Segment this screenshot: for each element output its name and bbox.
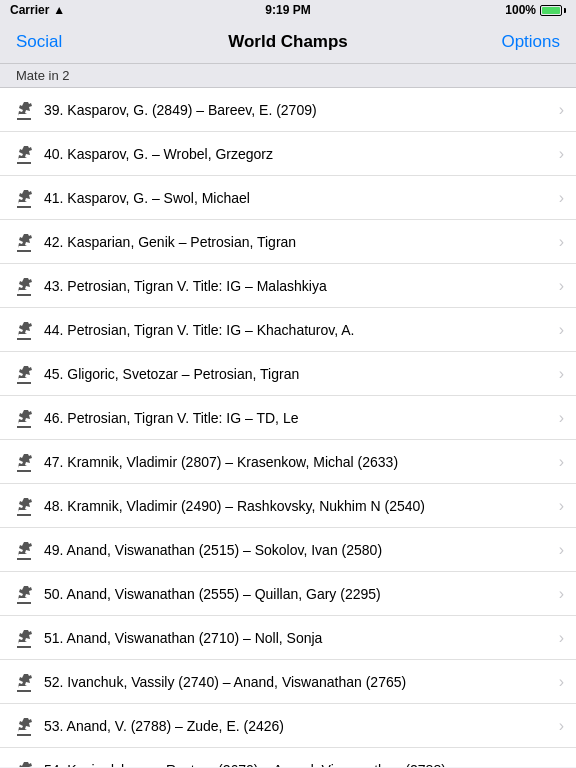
chess-knight-icon: [8, 666, 40, 698]
status-bar-left: Carrier ▲: [10, 3, 65, 17]
item-label: 42. Kasparian, Genik – Petrosian, Tigran: [40, 234, 555, 250]
item-label: 45. Gligoric, Svetozar – Petrosian, Tigr…: [40, 366, 555, 382]
item-label: 54. Kasimdzhanov, Rustam (2670) – Anand,…: [40, 762, 555, 768]
item-label: 48. Kramnik, Vladimir (2490) – Rashkovsk…: [40, 498, 555, 514]
chess-knight-icon: [8, 754, 40, 768]
nav-title: World Champs: [86, 32, 490, 52]
item-label: 50. Anand, Viswanathan (2555) – Quillan,…: [40, 586, 555, 602]
chess-knight-icon: [8, 534, 40, 566]
list-item[interactable]: 40. Kasparov, G. – Wrobel, Grzegorz ›: [0, 132, 576, 176]
chevron-right-icon: ›: [559, 321, 564, 339]
chess-knight-icon: [8, 226, 40, 258]
item-label: 39. Kasparov, G. (2849) – Bareev, E. (27…: [40, 102, 555, 118]
puzzle-list: 39. Kasparov, G. (2849) – Bareev, E. (27…: [0, 88, 576, 767]
item-label: 41. Kasparov, G. – Swol, Michael: [40, 190, 555, 206]
list-item[interactable]: 51. Anand, Viswanathan (2710) – Noll, So…: [0, 616, 576, 660]
list-item[interactable]: 48. Kramnik, Vladimir (2490) – Rashkovsk…: [0, 484, 576, 528]
list-item[interactable]: 52. Ivanchuk, Vassily (2740) – Anand, Vi…: [0, 660, 576, 704]
chevron-right-icon: ›: [559, 145, 564, 163]
item-label: 51. Anand, Viswanathan (2710) – Noll, So…: [40, 630, 555, 646]
battery-percent: 100%: [505, 3, 536, 17]
chevron-right-icon: ›: [559, 189, 564, 207]
item-label: 44. Petrosian, Tigran V. Title: IG – Kha…: [40, 322, 555, 338]
list-item[interactable]: 50. Anand, Viswanathan (2555) – Quillan,…: [0, 572, 576, 616]
chess-knight-icon: [8, 270, 40, 302]
chess-knight-icon: [8, 138, 40, 170]
nav-options-button[interactable]: Options: [490, 32, 560, 52]
list-item[interactable]: 42. Kasparian, Genik – Petrosian, Tigran…: [0, 220, 576, 264]
chess-knight-icon: [8, 358, 40, 390]
list-item[interactable]: 54. Kasimdzhanov, Rustam (2670) – Anand,…: [0, 748, 576, 767]
list-item[interactable]: 47. Kramnik, Vladimir (2807) – Krasenkow…: [0, 440, 576, 484]
chevron-right-icon: ›: [559, 233, 564, 251]
chevron-right-icon: ›: [559, 101, 564, 119]
chess-knight-icon: [8, 578, 40, 610]
chess-knight-icon: [8, 710, 40, 742]
item-label: 49. Anand, Viswanathan (2515) – Sokolov,…: [40, 542, 555, 558]
list-item[interactable]: 53. Anand, V. (2788) – Zude, E. (2426) ›: [0, 704, 576, 748]
chess-knight-icon: [8, 182, 40, 214]
item-label: 47. Kramnik, Vladimir (2807) – Krasenkow…: [40, 454, 555, 470]
item-label: 46. Petrosian, Tigran V. Title: IG – TD,…: [40, 410, 555, 426]
item-label: 53. Anand, V. (2788) – Zude, E. (2426): [40, 718, 555, 734]
chevron-right-icon: ›: [559, 629, 564, 647]
battery-indicator: [540, 5, 566, 16]
item-label: 52. Ivanchuk, Vassily (2740) – Anand, Vi…: [40, 674, 555, 690]
chess-knight-icon: [8, 446, 40, 478]
status-bar-time: 9:19 PM: [265, 3, 310, 17]
chevron-right-icon: ›: [559, 409, 564, 427]
chevron-right-icon: ›: [559, 717, 564, 735]
list-item[interactable]: 44. Petrosian, Tigran V. Title: IG – Kha…: [0, 308, 576, 352]
status-bar: Carrier ▲ 9:19 PM 100%: [0, 0, 576, 20]
chess-knight-icon: [8, 490, 40, 522]
chevron-right-icon: ›: [559, 673, 564, 691]
chess-knight-icon: [8, 94, 40, 126]
list-item[interactable]: 45. Gligoric, Svetozar – Petrosian, Tigr…: [0, 352, 576, 396]
chess-knight-icon: [8, 622, 40, 654]
list-item[interactable]: 39. Kasparov, G. (2849) – Bareev, E. (27…: [0, 88, 576, 132]
chevron-right-icon: ›: [559, 497, 564, 515]
chevron-right-icon: ›: [559, 365, 564, 383]
nav-social-button[interactable]: Social: [16, 32, 86, 52]
list-item[interactable]: 49. Anand, Viswanathan (2515) – Sokolov,…: [0, 528, 576, 572]
wifi-icon: ▲: [53, 3, 65, 17]
chevron-right-icon: ›: [559, 585, 564, 603]
item-label: 40. Kasparov, G. – Wrobel, Grzegorz: [40, 146, 555, 162]
chevron-right-icon: ›: [559, 277, 564, 295]
section-header: Mate in 2: [0, 64, 576, 88]
chevron-right-icon: ›: [559, 453, 564, 471]
nav-bar: Social World Champs Options: [0, 20, 576, 64]
chevron-right-icon: ›: [559, 541, 564, 559]
chevron-right-icon: ›: [559, 761, 564, 768]
carrier-label: Carrier: [10, 3, 49, 17]
list-item[interactable]: 41. Kasparov, G. – Swol, Michael ›: [0, 176, 576, 220]
item-label: 43. Petrosian, Tigran V. Title: IG – Mal…: [40, 278, 555, 294]
list-item[interactable]: 43. Petrosian, Tigran V. Title: IG – Mal…: [0, 264, 576, 308]
list-item[interactable]: 46. Petrosian, Tigran V. Title: IG – TD,…: [0, 396, 576, 440]
chess-knight-icon: [8, 402, 40, 434]
status-bar-right: 100%: [505, 3, 566, 17]
chess-knight-icon: [8, 314, 40, 346]
